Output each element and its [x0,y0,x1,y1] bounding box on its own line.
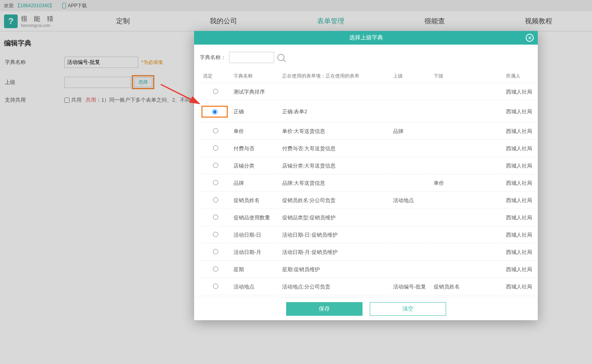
row-parent [391,296,430,297]
row-radio[interactable] [212,109,217,115]
row-owner: 西城人社局 [504,101,535,123]
table-row[interactable]: 活动日期-日活动日期-日:促销员维护西城人社局 [201,227,535,243]
row-radio[interactable] [213,128,218,133]
row-usage: 活动地点:分公司负责 [280,279,390,295]
user-phone[interactable]: 【18642010340】 [15,2,54,9]
row-owner: 西城人社局 [504,210,535,226]
share-checkbox-text: 共用 [71,96,82,104]
row-usage [280,84,390,100]
nav-item[interactable]: 表单管理 [317,16,344,26]
row-usage: 活动日期-日:促销员维护 [280,227,390,243]
row-name: 门店名称 [231,296,279,297]
app-download-label: APP下载 [68,2,87,9]
table-row[interactable]: 单价单价:大哥送货信息品牌西城人社局 [201,123,535,140]
table-row[interactable]: 正确正确:表单2西城人社局 [201,101,535,123]
row-parent: 品牌 [391,123,430,140]
close-icon[interactable]: ✕ [526,34,534,42]
table-row[interactable]: 门店名称门店名称:分公司负责西城人社局 [201,296,535,297]
clear-button[interactable]: 清空 [370,302,446,316]
welcome-text: 欢迎 [4,2,14,9]
logo-block[interactable]: ? 很 能 猜 hennengcai.com [0,14,76,28]
row-usage: 活动日期-月:促销员维护 [280,244,390,261]
share-note: 共用：1）同一账户下多个表单之间、2、不同 [86,96,191,104]
table-row[interactable]: 促销员姓名促销员姓名:分公司负责活动地点西城人社局 [201,192,535,209]
col-parent: 上级 [391,70,430,83]
row-name: 促销员姓名 [231,192,279,209]
row-owner: 西城人社局 [504,175,535,192]
row-name: 测试字典排序 [231,84,279,100]
nav-item[interactable]: 定制 [116,16,130,26]
table-row[interactable]: 付费与否付费与否:大哥送货信息西城人社局 [201,141,535,157]
main-nav: 定制我的公司表单管理很能查视频教程 [76,16,592,26]
row-name: 店铺分类 [231,158,279,174]
row-parent [391,210,430,226]
app-download-link[interactable]: APP下载 [62,2,87,9]
row-parent [391,141,430,157]
nav-item[interactable]: 视频教程 [525,16,552,26]
row-radio[interactable] [213,197,218,202]
field-name-input[interactable] [64,57,138,68]
row-radio[interactable] [213,266,218,272]
select-parent-dict-modal: 选择上级字典 ✕ 字典名称： 选定 字典名称 正在使用的表单项：正在使用的表单 … [194,31,538,320]
modal-search-input[interactable] [229,52,274,63]
radio-highlight [201,106,228,118]
table-row[interactable]: 促销品使用数量促销品类型:促销员维护西城人社局 [201,210,535,226]
table-row[interactable]: 测试字典排序西城人社局 [201,84,535,100]
row-name: 品牌 [231,175,279,192]
row-parent: 活动地点 [391,192,430,209]
share-checkbox-wrap[interactable]: 共用 [64,96,82,104]
row-radio[interactable] [213,180,218,185]
row-usage: 店铺分类:大哥送货信息 [280,158,390,174]
brand-en: hennengcai.com [21,23,56,28]
row-name: 促销品使用数量 [231,210,279,226]
row-owner: 西城人社局 [504,84,535,100]
row-usage: 单价:大哥送货信息 [280,123,390,140]
table-row[interactable]: 店铺分类店铺分类:大哥送货信息西城人社局 [201,158,535,174]
row-child [431,123,503,140]
row-child [431,244,503,261]
row-name: 付费与否 [231,141,279,157]
row-owner: 西城人社局 [504,123,535,140]
row-radio[interactable] [213,232,218,237]
row-radio[interactable] [213,163,218,168]
row-usage: 促销员姓名:分公司负责 [280,192,390,209]
row-radio[interactable] [213,215,218,220]
nav-item[interactable]: 我的公司 [210,16,237,26]
row-radio[interactable] [213,89,218,94]
col-select: 选定 [201,70,230,83]
table-row[interactable]: 活动日期-月活动日期-月:促销员维护西城人社局 [201,244,535,261]
row-radio[interactable] [213,284,218,289]
phone-icon [62,3,66,8]
col-owner: 所属人 [504,70,535,83]
header: ? 很 能 猜 hennengcai.com 定制我的公司表单管理很能查视频教程 [0,11,592,31]
dict-table: 选定 字典名称 正在使用的表单项：正在使用的表单 上级 下级 所属人 测试字典排… [200,69,536,297]
row-radio[interactable] [213,249,218,254]
row-parent [391,158,430,174]
topbar: 欢迎 【18642010340】 APP下载 [0,0,592,11]
row-child [431,210,503,226]
modal-body[interactable]: 字典名称： 选定 字典名称 正在使用的表单项：正在使用的表单 上级 下级 所属人… [194,45,538,297]
row-parent [391,101,430,123]
parent-label: 上级 [4,79,64,86]
save-button[interactable]: 保存 [286,302,363,316]
row-child [431,296,503,297]
share-note-body: 1）同一账户下多个表单之间、2、不同 [101,97,191,103]
modal-header: 选择上级字典 ✕ [194,31,538,45]
row-parent [391,262,430,278]
table-row[interactable]: 活动地点活动地点:分公司负责活动编号-批复促销员姓名西城人社局 [201,279,535,295]
row-usage: 正确:表单2 [280,101,390,123]
table-row[interactable]: 星期星期:促销员维护西城人社局 [201,262,535,278]
search-icon[interactable] [277,54,285,61]
row-parent [391,84,430,100]
row-radio[interactable] [213,145,218,151]
table-row[interactable]: 品牌品牌:大哥送货信息单价西城人社局 [201,175,535,192]
select-button[interactable]: 选择 [134,77,152,87]
row-child [431,101,503,123]
row-name: 单价 [231,123,279,140]
row-name: 活动日期-月 [231,244,279,261]
row-owner: 西城人社局 [504,244,535,261]
parent-input[interactable] [64,77,131,88]
share-label: 支持共用 [4,96,64,104]
nav-item[interactable]: 很能查 [424,16,445,26]
share-checkbox[interactable] [64,98,70,103]
